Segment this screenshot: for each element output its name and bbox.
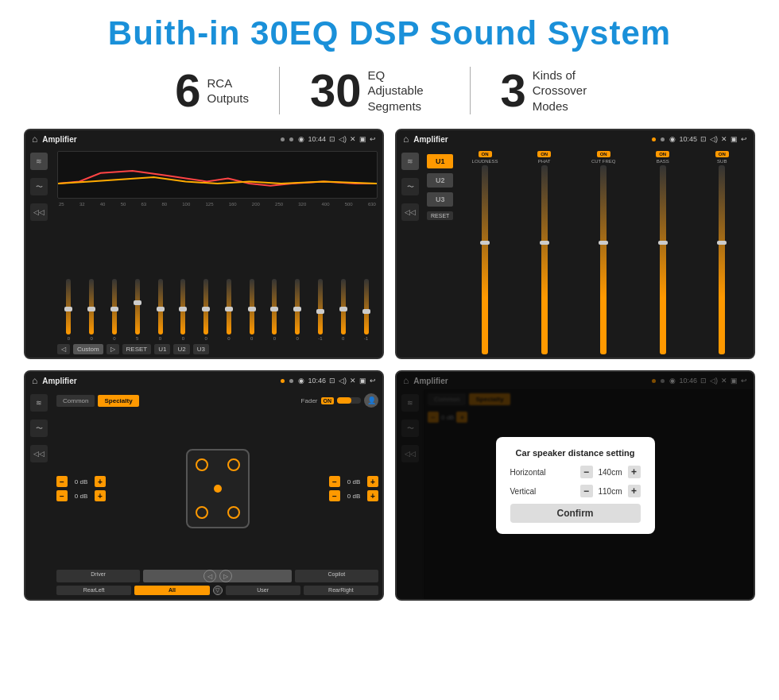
eq-custom-btn[interactable]: Custom — [73, 344, 103, 354]
cross-slider-1[interactable] — [482, 165, 488, 354]
eq-slider-2[interactable]: 0 — [82, 279, 102, 341]
tab-common[interactable]: Common — [56, 395, 95, 407]
eq-slider-4[interactable]: 5 — [127, 279, 147, 341]
eq-u3-btn[interactable]: U3 — [193, 344, 209, 354]
fader-minus-3[interactable]: − — [329, 476, 340, 487]
cross-reset-btn[interactable]: RESET — [427, 211, 453, 220]
eq-slider-10[interactable]: 0 — [265, 279, 285, 341]
eq-slider-5[interactable]: 0 — [150, 279, 170, 341]
volume-icon-cross: ◁) — [710, 135, 718, 143]
eq-slider-13[interactable]: 0 — [333, 279, 353, 341]
fader-plus-2[interactable]: + — [95, 490, 106, 501]
stat-number-rca: 6 — [175, 68, 200, 114]
fader-minus-1[interactable]: − — [56, 476, 68, 487]
dialog-horizontal-val: 140cm — [596, 468, 625, 477]
location-icon-eq: ◉ — [298, 135, 304, 143]
fader-label: Fader — [301, 397, 318, 404]
fader-plus-3[interactable]: + — [367, 476, 378, 487]
fader-minus-2[interactable]: − — [56, 490, 68, 501]
dialog-vertical-label: Vertical — [510, 487, 537, 496]
eq-prev-btn[interactable]: ◁ — [57, 344, 70, 354]
cross-toggle-4[interactable]: ON — [656, 151, 669, 157]
window-icon-eq: ▣ — [359, 135, 366, 143]
status-icons-eq: ◉ 10:44 ⊡ ◁) ✕ ▣ ↩ — [298, 135, 376, 143]
eq-slider-3[interactable]: 0 — [105, 279, 125, 341]
fader-bottom-btns-2: RearLeft All ▽ User RearRight — [56, 586, 378, 595]
stat-rca: 6 RCAOutputs — [145, 68, 279, 114]
u2-btn[interactable]: U2 — [427, 173, 453, 188]
dialog-horizontal-label: Horizontal — [510, 468, 546, 477]
close-icon-cross: ✕ — [721, 135, 727, 143]
location-icon-cross: ◉ — [669, 135, 676, 143]
cross-toggle-2[interactable]: ON — [537, 151, 551, 157]
back-icon-fader: ↩ — [370, 377, 376, 385]
eq-main-area: 253240506380100125160200250320400500630 … — [52, 148, 382, 358]
status-dot-cross2 — [661, 137, 665, 141]
fader-plus-4[interactable]: + — [367, 490, 378, 501]
eq-u2-btn[interactable]: U2 — [173, 344, 189, 354]
cross-label-2: PHAT — [538, 159, 551, 164]
fader-btn-all[interactable]: All — [134, 586, 209, 595]
fader-btn-user[interactable]: User — [226, 586, 300, 595]
fader-btn-copilot[interactable]: Copilot — [295, 570, 378, 582]
cross-side-icon-2[interactable]: 〜 — [401, 178, 419, 195]
fader-plus-1[interactable]: + — [95, 476, 106, 487]
eq-side-icon-2[interactable]: 〜 — [30, 178, 48, 195]
eq-u1-btn[interactable]: U1 — [154, 344, 170, 354]
fader-main-area: Common Specialty Fader ON 👤 — [52, 389, 382, 599]
fader-btn-rearright[interactable]: RearRight — [304, 586, 378, 595]
eq-slider-7[interactable]: 0 — [196, 279, 216, 341]
confirm-button[interactable]: Confirm — [510, 504, 641, 523]
car-circle-tr — [227, 458, 240, 471]
camera-icon-cross: ⊡ — [700, 135, 707, 143]
eq-slider-6[interactable]: 0 — [173, 279, 193, 341]
tab-specialty[interactable]: Specialty — [98, 395, 138, 407]
fader-person-icon: 👤 — [364, 393, 378, 408]
eq-slider-9[interactable]: 0 — [242, 279, 262, 341]
eq-slider-11[interactable]: 0 — [288, 279, 308, 341]
camera-icon-fader: ⊡ — [329, 377, 335, 385]
fader-side-icon-1[interactable]: ≋ — [30, 394, 48, 412]
dialog-horizontal-controls: − 140cm + — [580, 466, 641, 478]
screen-eq: ⌂ Amplifier ◉ 10:44 ⊡ ◁) ✕ ▣ ↩ ≋ 〜 — [24, 129, 384, 359]
window-icon-cross: ▣ — [731, 135, 738, 143]
u1-btn[interactable]: U1 — [427, 154, 453, 168]
fader-side-icon-2[interactable]: 〜 — [30, 420, 48, 437]
fader-db-row-4: − 0 dB + — [329, 490, 378, 501]
eq-slider-12[interactable]: -1 — [311, 279, 331, 341]
fader-db-row-2: − 0 dB + — [56, 490, 106, 501]
status-time-cross: 10:45 — [679, 135, 697, 143]
eq-side-icon-3[interactable]: ◁◁ — [30, 203, 48, 221]
eq-reset-btn[interactable]: RESET — [122, 344, 152, 354]
fader-right: − 0 dB + − 0 dB + — [329, 411, 378, 567]
dialog-vertical-plus[interactable]: + — [628, 485, 641, 497]
eq-side-icon-1[interactable]: ≋ — [30, 153, 48, 170]
eq-slider-1[interactable]: 0 — [59, 279, 79, 341]
close-icon-fader: ✕ — [350, 377, 356, 385]
cross-slider-5[interactable] — [719, 165, 725, 354]
eq-slider-14[interactable]: -1 — [356, 279, 376, 341]
cross-side-icon-1[interactable]: ≋ — [401, 153, 419, 170]
fader-side-icon-3[interactable]: ◁◁ — [30, 445, 48, 462]
u3-btn[interactable]: U3 — [427, 192, 453, 207]
dialog-vertical-minus[interactable]: − — [580, 485, 593, 497]
dialog-horizontal-minus[interactable]: − — [580, 466, 593, 478]
fader-btn-driver[interactable]: Driver — [56, 570, 140, 582]
dialog-horizontal-plus[interactable]: + — [628, 466, 641, 478]
stats-row: 6 RCAOutputs 30 EQ AdjustableSegments 3 … — [24, 67, 755, 114]
cross-toggle-3[interactable]: ON — [597, 151, 610, 157]
fader-btn-rearleft[interactable]: RearLeft — [56, 586, 131, 595]
fader-minus-4[interactable]: − — [329, 490, 340, 501]
cross-slider-2[interactable] — [541, 165, 548, 354]
cross-side-icon-3[interactable]: ◁◁ — [401, 203, 419, 221]
fader-slider[interactable] — [337, 397, 361, 404]
cross-slider-3[interactable] — [600, 165, 607, 354]
eq-slider-8[interactable]: 0 — [219, 279, 238, 341]
cross-toggle-5[interactable]: ON — [715, 151, 729, 157]
dialog-overlay: Car speaker distance setting Horizontal … — [397, 372, 754, 599]
cross-toggle-1[interactable]: ON — [479, 151, 492, 157]
cross-col-1: ON LOUDNESS — [456, 151, 514, 354]
eq-play-btn[interactable]: ▷ — [107, 344, 119, 354]
cross-slider-4[interactable] — [660, 165, 666, 354]
screen-fader: ⌂ Amplifier ◉ 10:46 ⊡ ◁) ✕ ▣ ↩ ≋ 〜 — [24, 370, 384, 601]
